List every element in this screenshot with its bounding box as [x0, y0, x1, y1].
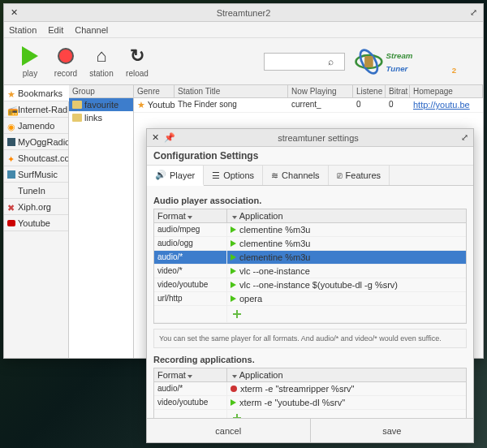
home-icon: ⌂ — [90, 45, 113, 67]
reload-icon: ↻ — [126, 45, 149, 67]
play-icon — [231, 399, 236, 406]
table-row[interactable]: audio/*xterm -e "streamripper %srv" — [154, 382, 466, 396]
youtube-icon — [7, 220, 15, 226]
col-bitrate[interactable]: Bitrat — [386, 85, 410, 97]
col-application[interactable]: Application — [227, 209, 466, 222]
tab-bookmarks[interactable]: ★Bookmarks — [4, 85, 69, 101]
group-column: Group favourite links — [69, 85, 134, 358]
homepage-link[interactable]: http://youtu.be — [413, 100, 470, 110]
table-row[interactable]: audio/mpegclementine %m3u — [154, 223, 466, 237]
folder-icon — [72, 114, 82, 122]
close-icon[interactable]: ✕ — [152, 132, 159, 143]
cancel-button[interactable]: cancel — [147, 419, 311, 442]
col-application[interactable]: Application — [227, 368, 466, 381]
tab-internet-radio[interactable]: 📻Internet-Radio — [4, 101, 68, 118]
tab-myoggradio[interactable]: MyOggRadio — [4, 134, 68, 150]
tab-tunein[interactable]: TuneIn — [4, 183, 68, 199]
channel-tabs: ★Bookmarks 📻Internet-Radio ◉Jamendo MyOg… — [4, 85, 69, 358]
col-title[interactable]: Station Title — [175, 85, 288, 97]
table-row[interactable]: url/httpopera — [154, 292, 466, 306]
menu-channel[interactable]: Channel — [75, 25, 108, 35]
dialog-buttons: cancel save — [147, 418, 473, 442]
col-listeners[interactable]: Listene — [353, 85, 386, 97]
table-row[interactable]: audio/oggclementine %m3u — [154, 237, 466, 251]
group-links[interactable]: links — [69, 111, 133, 124]
recording-section-label: Recording applications. — [153, 355, 467, 364]
toolbar: play record ⌂station ↻reload ⌕ Stream Tu… — [4, 38, 483, 85]
play-icon — [19, 45, 41, 67]
col-format[interactable]: Format — [154, 209, 227, 222]
ogg-icon — [7, 138, 15, 146]
audio-assoc-table: Format Application audio/mpegclementine … — [153, 209, 467, 324]
col-genre[interactable]: Genre — [134, 85, 175, 97]
surfmusic-icon — [7, 170, 15, 179]
jamendo-icon: ◉ — [7, 122, 15, 130]
features-icon: ⎚ — [337, 170, 343, 180]
settings-dialog: ✕ 📌 streamtuner settings ⤢ Configuration… — [146, 128, 474, 443]
tab-jamendo[interactable]: ◉Jamendo — [4, 118, 68, 134]
chevron-down-icon — [187, 216, 192, 219]
table-row[interactable]: video/*vlc --one-instance — [154, 265, 466, 278]
search-input[interactable] — [268, 57, 328, 67]
col-nowplaying[interactable]: Now Playing — [288, 85, 353, 97]
maximize-icon[interactable]: ⤢ — [461, 132, 468, 143]
play-icon — [231, 295, 236, 302]
menu-station[interactable]: Station — [9, 25, 37, 35]
speaker-icon: 🔊 — [155, 170, 166, 180]
col-homepage[interactable]: Homepage — [410, 85, 483, 97]
table-row[interactable]: video/youtubexterm -e "youtube-dl %srv" — [154, 396, 466, 410]
tab-channels[interactable]: ≋Channels — [263, 166, 328, 185]
search-icon[interactable]: ⌕ — [328, 56, 334, 67]
maximize-icon[interactable]: ⤢ — [468, 8, 478, 18]
dialog-subtitle: Configuration Settings — [147, 147, 473, 166]
list-row[interactable]: ★ Youtube The Finder song current_ 0 0 h… — [134, 98, 483, 113]
save-button[interactable]: save — [311, 419, 474, 442]
bookmark-icon: ★ — [7, 89, 15, 97]
add-row[interactable] — [154, 306, 466, 323]
channels-icon: ≋ — [271, 170, 278, 181]
shoutcast-icon: ✦ — [7, 154, 15, 162]
menu-edit[interactable]: Edit — [48, 25, 63, 35]
hint-audio: You can set the same player for all form… — [153, 329, 467, 348]
tab-youtube[interactable]: Youtube — [4, 215, 68, 231]
tab-xiph[interactable]: ✖Xiph.org — [4, 199, 68, 215]
tab-features[interactable]: ⎚Features — [329, 166, 390, 185]
group-header: Group — [69, 85, 133, 98]
tab-player[interactable]: 🔊Player — [147, 166, 204, 186]
chevron-down-icon — [187, 375, 192, 378]
record-button[interactable]: record — [48, 42, 84, 81]
tab-surfmusic[interactable]: SurfMusic — [4, 166, 68, 183]
svg-text:Tuner: Tuner — [386, 64, 409, 73]
dialog-body: Audio player association. Format Applica… — [147, 186, 473, 423]
dialog-tabs: 🔊Player ☰Options ≋Channels ⎚Features — [147, 166, 473, 186]
tab-shoutcast[interactable]: ✦Shoutcast.com — [4, 150, 68, 166]
reload-button[interactable]: ↻reload — [119, 42, 155, 81]
recording-assoc-table: Format Application audio/*xterm -e "stre… — [153, 368, 467, 423]
dialog-title: streamtuner settings — [175, 133, 461, 143]
list-header: Genre Station Title Now Playing Listene … — [134, 85, 483, 98]
xiph-icon: ✖ — [7, 203, 15, 211]
tunein-icon — [7, 187, 15, 195]
svg-text:2: 2 — [452, 66, 456, 75]
tab-options[interactable]: ☰Options — [204, 166, 263, 185]
play-button[interactable]: play — [12, 42, 48, 81]
close-icon[interactable]: ✕ — [9, 8, 19, 18]
pin-icon[interactable]: 📌 — [164, 132, 175, 143]
main-titlebar: ✕ Streamtuner2 ⤢ — [4, 4, 483, 22]
record-icon — [231, 386, 237, 392]
play-icon — [231, 268, 236, 274]
play-icon — [231, 226, 236, 233]
radio-icon: 📻 — [7, 106, 15, 114]
table-row[interactable]: video/youtubevlc --one-instance $(youtub… — [154, 278, 466, 292]
col-format[interactable]: Format — [154, 368, 227, 381]
add-icon — [233, 310, 241, 318]
chevron-down-icon — [232, 216, 237, 219]
play-icon — [231, 240, 236, 247]
station-button[interactable]: ⌂station — [84, 42, 119, 81]
table-row[interactable]: audio/*clementine %m3u — [154, 251, 466, 265]
chevron-down-icon — [232, 375, 237, 378]
audio-section-label: Audio player association. — [153, 196, 467, 205]
svg-rect-2 — [364, 55, 373, 67]
group-favourite[interactable]: favourite — [69, 98, 133, 111]
options-icon: ☰ — [212, 170, 220, 181]
